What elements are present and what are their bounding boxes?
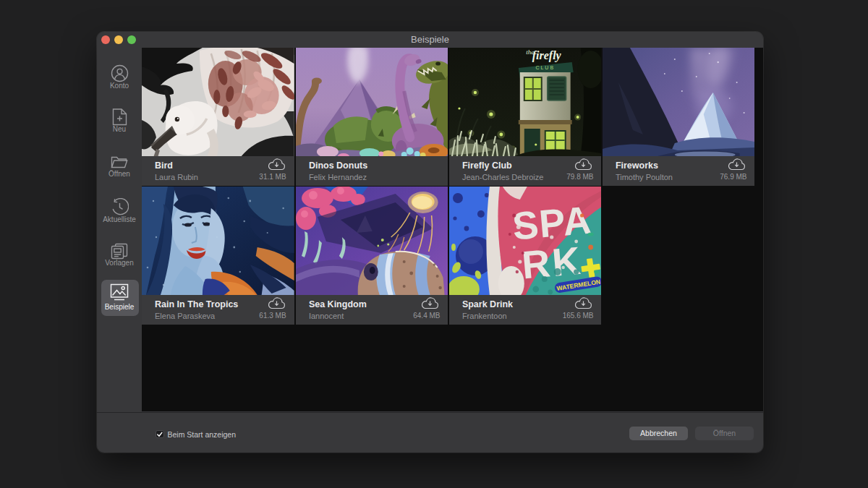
svg-text:RK: RK (520, 238, 584, 286)
svg-text:CLUB: CLUB (535, 65, 555, 70)
svg-text:firefly: firefly (532, 49, 562, 62)
svg-text:the: the (526, 48, 534, 56)
